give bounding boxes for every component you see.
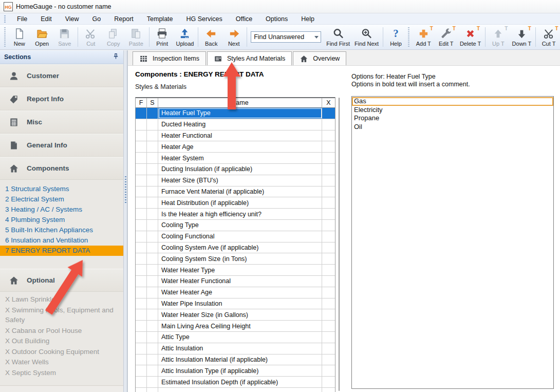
table-row[interactable]: Attic Insulation Type (if applicable) <box>136 365 335 377</box>
cut-template-button[interactable]: T Cut T <box>537 25 560 49</box>
toolbar: New Open Save Cut Copy Paste Print <box>0 25 560 50</box>
delete-template-button[interactable]: T Delete T <box>457 25 483 49</box>
option-item[interactable]: Propane <box>352 114 553 123</box>
sidebar-item-components[interactable]: Components <box>0 157 123 180</box>
menu-item[interactable]: Go <box>86 13 108 25</box>
column-header-x[interactable]: X <box>322 98 335 107</box>
component-item[interactable]: 2 Electrical System <box>0 194 123 204</box>
optional-item[interactable]: X Outdoor Cooking Equipment <box>0 347 123 358</box>
table-row[interactable]: Ducting Insulation (if applicable) <box>136 164 335 175</box>
table-row-name: Furnace Vent Material (if applicable) <box>158 186 322 197</box>
sidebar-item-label: Components <box>27 164 69 172</box>
tab-inspection-items[interactable]: Inspection Items <box>133 51 206 65</box>
column-header-s[interactable]: S <box>147 98 158 107</box>
pin-icon[interactable] <box>113 53 119 61</box>
new-button[interactable]: New <box>8 25 31 49</box>
option-item[interactable]: Electricity <box>352 106 553 115</box>
component-item[interactable]: 1 Structural Systems <box>0 184 123 194</box>
table-row[interactable]: Heater Functional <box>136 130 335 142</box>
menu-item[interactable]: File <box>10 13 34 25</box>
sidebar-item-general-info[interactable]: General Info <box>0 134 123 157</box>
table-row[interactable]: Cooling Type <box>136 220 335 231</box>
component-item[interactable]: 7 ENERGY REPORT DATA <box>0 246 123 256</box>
table-row-name: Heat Distribution (if applicable) <box>158 197 322 208</box>
edit-template-icon: T <box>440 27 452 40</box>
menu-item[interactable]: View <box>59 13 86 25</box>
table-row[interactable]: Estimated Insulation Depth (if applicabl… <box>136 377 335 388</box>
table-row[interactable]: Water Pipe Insulation <box>136 298 335 310</box>
menu-item[interactable]: Help <box>294 13 321 25</box>
menu-item[interactable]: Edit <box>34 13 59 25</box>
table-row[interactable]: Heater Age <box>136 141 335 153</box>
menu-item[interactable]: Template <box>140 13 180 25</box>
table-row-name: Ducting Insulation (if applicable) <box>158 164 322 175</box>
component-item[interactable]: 5 Built-In Kitchen Appliances <box>0 225 123 235</box>
menu-item[interactable]: HG Services <box>180 13 229 25</box>
find-next-button[interactable]: Find Next <box>352 25 381 49</box>
table-row[interactable]: Water Heater Functional <box>136 276 335 287</box>
optional-item[interactable]: X Out Building <box>0 336 123 347</box>
optional-item[interactable]: X Water Wells <box>0 357 123 368</box>
help-button[interactable]: ? Help <box>384 25 407 49</box>
table-row[interactable]: Attic Type <box>136 332 335 343</box>
edit-template-button[interactable]: T Edit T <box>435 25 457 49</box>
table-row[interactable]: Heat Distribution (if applicable) <box>136 197 335 209</box>
tab-styles-and-materials[interactable]: Styles And Materials <box>207 51 292 65</box>
back-button[interactable]: Back <box>200 25 222 49</box>
tab-overview[interactable]: Overview <box>293 51 346 65</box>
component-item[interactable]: 3 Heating / AC / Systems <box>0 204 123 215</box>
delete-template-icon: T <box>464 27 476 40</box>
chevron-down-icon[interactable] <box>312 32 321 42</box>
table-row[interactable]: Cooling System Size (in Tons) <box>136 253 335 265</box>
optional-item[interactable]: X Septic System <box>0 368 123 379</box>
sidebar-item-optional[interactable]: Optional <box>0 269 123 292</box>
menu-item[interactable]: Office <box>229 13 259 25</box>
optional-item[interactable]: X Lawn Sprinklers <box>0 294 123 305</box>
table-row[interactable]: Attic Insulation Material (if applicable… <box>136 354 335 366</box>
find-first-button[interactable]: Find First <box>324 25 352 49</box>
table-row[interactable]: Water Heater Type <box>136 265 335 276</box>
down-template-button[interactable]: T Down T <box>510 25 534 49</box>
open-button[interactable]: Open <box>31 25 53 49</box>
find-unanswered-dropdown[interactable]: Find Unanswered <box>251 31 321 43</box>
table-row[interactable]: Is the Heater a high efficiency unit? <box>136 209 335 220</box>
optional-item[interactable]: X Swimming Pools, Equipment and Safety <box>0 305 123 326</box>
next-button[interactable]: Next <box>222 25 245 49</box>
cut-template-icon: T <box>543 27 555 40</box>
table-row[interactable]: Main Living Area Ceiling Height <box>136 321 335 332</box>
option-item[interactable]: Gas <box>352 97 553 106</box>
print-button[interactable]: Print <box>151 25 174 49</box>
sidebar-item-label: General Info <box>27 141 67 149</box>
table-row[interactable]: Attic Insulation <box>136 343 335 354</box>
table-row[interactable]: Cooling Functional <box>136 231 335 242</box>
sidebar-item-report-info[interactable]: Report Info <box>0 87 123 110</box>
toolbar-separator <box>247 27 247 47</box>
menu-item[interactable]: Report <box>107 13 140 25</box>
table-row[interactable]: Water Heater Size (in Gallons) <box>136 309 335 321</box>
sidebar-splitter[interactable] <box>123 50 127 392</box>
menu-item[interactable]: Options <box>259 13 294 25</box>
home-icon <box>300 54 308 63</box>
optional-item[interactable]: X Cabana or Pool House <box>0 326 123 337</box>
table-scrollbar[interactable] <box>339 98 340 391</box>
grid-icon <box>139 54 148 63</box>
table-row[interactable]: Furnace Vent Material (if applicable) <box>136 186 335 198</box>
table-row[interactable]: Cooling System Ave (if applicable) <box>136 242 335 254</box>
component-item[interactable]: 6 Insulation and Ventilation <box>0 235 123 246</box>
add-template-button[interactable]: T Add T <box>412 25 435 49</box>
table-row[interactable]: Heater Size (BTU's) <box>136 175 335 186</box>
table-row[interactable]: Water Heater Age <box>136 287 335 298</box>
toolbar-separator <box>485 27 486 47</box>
column-header-name[interactable]: Name <box>158 98 322 107</box>
table-row[interactable]: Ducted Heating <box>136 119 335 130</box>
document-icon <box>9 140 19 151</box>
user-icon <box>9 71 19 81</box>
option-item[interactable]: Oil <box>352 123 553 132</box>
column-header-f[interactable]: F <box>136 98 147 107</box>
table-row[interactable]: Heater Fuel Type <box>136 108 335 119</box>
sidebar-item-misc[interactable]: Misc <box>0 110 123 134</box>
component-item[interactable]: 4 Plumbing System <box>0 215 123 225</box>
sidebar-item-customer[interactable]: Customer <box>0 64 123 87</box>
upload-button[interactable]: Upload <box>174 25 197 49</box>
table-row[interactable]: Heater System <box>136 153 335 164</box>
